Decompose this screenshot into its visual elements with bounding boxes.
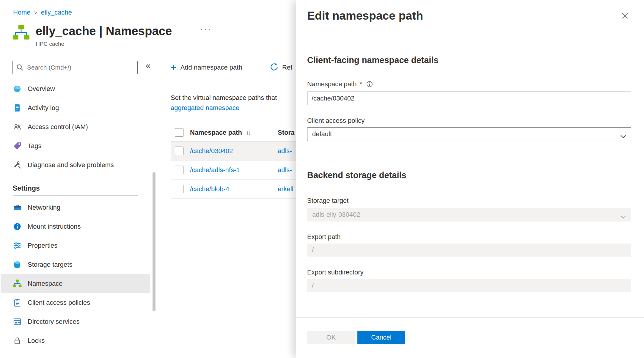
close-icon xyxy=(621,12,629,20)
row-checkbox[interactable] xyxy=(175,147,183,155)
storage-target-label: Storage target xyxy=(307,197,631,205)
sidebar-item-label: Diagnose and solve problems xyxy=(28,161,114,169)
access-control-icon xyxy=(13,123,22,131)
chevron-down-icon xyxy=(620,133,626,140)
panel-title: Edit namespace path xyxy=(307,9,631,23)
export-path-input xyxy=(307,244,631,257)
sidebar-divider xyxy=(13,195,138,196)
mount-instructions-icon xyxy=(13,222,22,231)
sidebar-menu: Overview Activity log xyxy=(1,79,150,350)
storage-targets-icon xyxy=(13,260,22,269)
sidebar-item-storage-targets[interactable]: Storage targets xyxy=(1,255,150,274)
sidebar-section-settings: Settings xyxy=(1,181,150,195)
edit-namespace-path-panel: Edit namespace path Client-facing namesp… xyxy=(296,0,644,358)
search-input[interactable] xyxy=(12,61,138,74)
sidebar-item-directory-services[interactable]: Directory services xyxy=(1,312,150,331)
add-namespace-path-button[interactable]: + Add namespace path xyxy=(171,61,242,74)
more-options-icon[interactable]: ··· xyxy=(200,24,212,34)
panel-footer: OK Cancel xyxy=(307,331,405,344)
info-icon xyxy=(366,81,373,87)
sidebar-scrollbar[interactable] xyxy=(153,172,155,311)
namespace-path-input[interactable] xyxy=(307,92,631,105)
breadcrumb-separator: > xyxy=(34,10,37,16)
sidebar-item-label: Client access policies xyxy=(28,299,90,307)
sidebar-item-label: Locks xyxy=(28,337,45,345)
page-title: elly_cache | Namespace xyxy=(36,24,172,38)
refresh-button[interactable]: Ref xyxy=(270,61,292,74)
sidebar-item-overview[interactable]: Overview xyxy=(1,79,150,98)
sidebar-item-label: Namespace xyxy=(28,280,62,288)
cancel-button[interactable]: Cancel xyxy=(357,331,405,344)
sidebar-item-activity-log[interactable]: Activity log xyxy=(1,98,150,117)
row-checkbox[interactable] xyxy=(175,166,183,174)
sidebar-item-label: Networking xyxy=(28,204,60,211)
sidebar-item-label: Properties xyxy=(28,242,57,249)
column-header-namespace-path[interactable]: Namespace path xyxy=(190,129,242,136)
sidebar-item-label: Mount instructions xyxy=(28,223,81,230)
sidebar-item-tags[interactable]: Tags xyxy=(1,136,150,156)
sidebar-item-label: Directory services xyxy=(28,318,80,326)
lock-icon xyxy=(13,336,22,345)
add-icon: + xyxy=(171,63,176,72)
sort-icon[interactable]: ↑↓ xyxy=(246,130,251,136)
tags-icon xyxy=(13,142,22,150)
sidebar-item-label: Access control (IAM) xyxy=(28,123,88,131)
sidebar-item-label: Overview xyxy=(28,85,55,93)
panel-footer-divider xyxy=(296,317,644,318)
namespace-path-link[interactable]: /cache/adls-nfs-1 xyxy=(190,166,240,174)
storage-target-link[interactable]: erkell xyxy=(278,185,293,193)
activity-log-icon xyxy=(13,103,22,112)
close-button[interactable] xyxy=(620,11,630,21)
sidebar-item-namespace[interactable]: Namespace xyxy=(1,274,150,293)
storage-target-link[interactable]: adls- xyxy=(278,166,292,174)
page-header: elly_cache | Namespace HPC cache xyxy=(12,24,172,47)
client-access-policy-label: Client access policy xyxy=(307,117,631,125)
export-path-label: Export path xyxy=(307,233,631,241)
overview-icon xyxy=(13,84,22,93)
storage-target-dropdown: adls-elly-030402 xyxy=(307,208,631,222)
azure-portal-window: Home > elly_cache elly_cache | Namespace… xyxy=(0,0,644,358)
namespace-path-label: Namespace path* xyxy=(307,80,631,88)
diagnose-icon xyxy=(13,161,22,169)
sidebar-item-properties[interactable]: Properties xyxy=(1,236,150,255)
section-client-facing-details: Client-facing namespace details xyxy=(307,55,631,65)
namespace-path-link[interactable]: /cache/030402 xyxy=(190,147,233,155)
page-subtitle: HPC cache xyxy=(36,41,172,47)
storage-target-link[interactable]: adls- xyxy=(278,147,292,155)
networking-icon xyxy=(13,203,22,212)
breadcrumb-current-link[interactable]: elly_cache xyxy=(41,9,72,16)
aggregated-namespace-link[interactable]: aggregated namespace xyxy=(171,104,239,112)
export-subdirectory-input xyxy=(307,279,631,292)
section-backend-storage-details: Backend storage details xyxy=(307,170,631,180)
sidebar-item-label: Activity log xyxy=(28,104,59,112)
sidebar-item-diagnose[interactable]: Diagnose and solve problems xyxy=(1,156,150,175)
chevron-down-icon xyxy=(620,213,626,221)
row-checkbox[interactable] xyxy=(175,185,183,193)
sidebar-item-client-access-policies[interactable]: Client access policies xyxy=(1,293,150,312)
ok-button: OK xyxy=(307,331,355,344)
properties-icon xyxy=(13,241,22,250)
directory-services-icon xyxy=(13,317,22,326)
column-header-storage[interactable]: Stora xyxy=(278,129,294,136)
sidebar-item-mount-instructions[interactable]: Mount instructions xyxy=(1,217,150,236)
client-access-policy-dropdown[interactable]: default xyxy=(307,127,631,141)
page-description: Set the virtual namespace paths that agg… xyxy=(171,93,277,113)
breadcrumb-home-link[interactable]: Home xyxy=(13,9,31,16)
namespace-icon xyxy=(13,279,22,288)
sidebar-item-networking[interactable]: Networking xyxy=(1,198,150,217)
required-asterisk: * xyxy=(359,80,362,88)
namespace-path-link[interactable]: /cache/blob-4 xyxy=(190,185,229,193)
collapse-sidebar-icon[interactable]: « xyxy=(146,60,151,70)
search-icon xyxy=(16,64,24,73)
sidebar-item-label: Storage targets xyxy=(28,261,72,268)
breadcrumb: Home > elly_cache xyxy=(13,9,72,16)
sidebar-search xyxy=(12,61,138,74)
hpc-cache-resource-icon xyxy=(12,24,30,47)
header-checkbox[interactable] xyxy=(175,128,183,137)
sidebar-item-locks[interactable]: Locks xyxy=(1,331,150,350)
sidebar-item-label: Tags xyxy=(28,142,41,150)
sidebar-item-access-control[interactable]: Access control (IAM) xyxy=(1,117,150,136)
refresh-icon xyxy=(270,62,279,73)
export-subdirectory-label: Export subdirectory xyxy=(307,268,631,277)
client-access-policies-icon xyxy=(13,298,22,307)
